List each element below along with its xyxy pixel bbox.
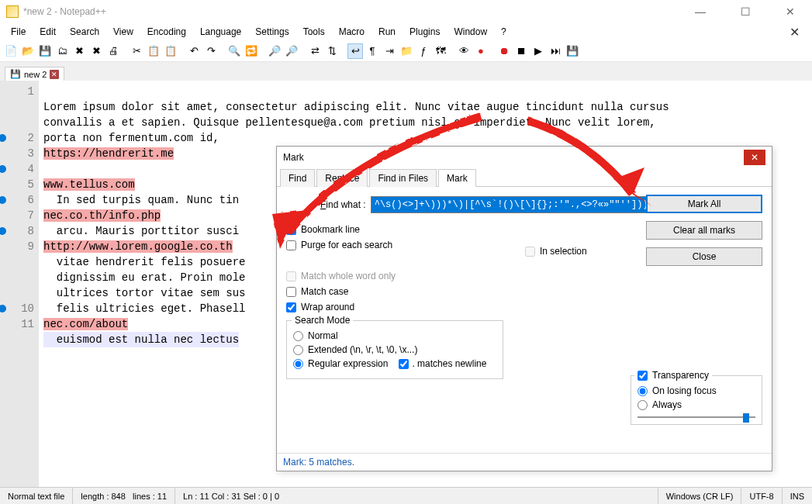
closeall-icon[interactable]: ✖ (88, 43, 104, 59)
status-length: length : 848 lines : 11 (73, 488, 175, 504)
transparency-checkbox[interactable]: Transparency (634, 370, 712, 381)
menu-tools[interactable]: Tools (297, 25, 331, 39)
copy-icon[interactable]: 📋 (146, 43, 161, 59)
replace-icon[interactable]: 🔁 (244, 43, 259, 59)
menubar-close-icon[interactable]: ✕ (782, 25, 807, 40)
save-icon[interactable]: 💾 (37, 43, 53, 59)
macro-rec-icon[interactable]: ⏺ (496, 43, 512, 59)
zoomin-icon[interactable]: 🔎 (267, 43, 282, 59)
open-icon[interactable]: 📂 (20, 43, 36, 59)
menu-settings[interactable]: Settings (249, 25, 295, 39)
titlebar: *new 2 - Notepad++ — ☐ ✕ (0, 0, 812, 23)
menu-plugins[interactable]: Plugins (403, 25, 446, 39)
indent-icon[interactable]: ⇥ (382, 43, 397, 59)
menu-encoding[interactable]: Encoding (141, 25, 192, 39)
mark-dialog: Mark ✕ Find Replace Find in Files Mark F… (276, 146, 772, 471)
record-icon[interactable]: ● (473, 43, 489, 59)
dialog-titlebar: Mark ✕ (277, 147, 772, 168)
match-whole-checkbox: Match whole word only (286, 271, 762, 281)
menu-edit[interactable]: Edit (33, 25, 62, 39)
close-window-button[interactable]: ✕ (775, 5, 806, 18)
status-ins: INS (783, 488, 812, 504)
code-text: euismod est nulla nec lectus (43, 332, 239, 347)
search-mode-regex[interactable]: Regular expression . matches newline (293, 358, 496, 369)
sync-h-icon[interactable]: ⇅ (324, 43, 340, 59)
macro-stop-icon[interactable]: ⏹ (513, 43, 529, 59)
code-text: porta non fermentum.com id, (43, 132, 219, 144)
tab-mark[interactable]: Mark (438, 169, 476, 187)
new-icon[interactable]: 📄 (3, 43, 19, 59)
tab-find[interactable]: Find (280, 169, 315, 187)
search-mode-group: Search Mode Normal Extended (\n, \r, \t,… (286, 320, 503, 379)
menu-window[interactable]: Window (447, 25, 493, 39)
marked-text: www.tellus.com (43, 178, 135, 191)
allchars-icon[interactable]: ¶ (365, 43, 380, 59)
marked-text: nec.co.th/info.php (43, 209, 161, 222)
cut-icon[interactable]: ✂ (129, 43, 144, 59)
zoomout-icon[interactable]: 🔎 (284, 43, 299, 59)
find-icon[interactable]: 🔍 (226, 43, 242, 59)
menu-search[interactable]: Search (64, 25, 105, 39)
tab-findinfiles[interactable]: Find in Files (369, 169, 437, 187)
code-text: felis ultricies eget. Phasell (43, 302, 245, 315)
match-case-checkbox[interactable]: Match case (286, 286, 762, 297)
wordwrap-icon[interactable]: ↩ (347, 43, 363, 59)
search-mode-extended[interactable]: Extended (\n, \r, \t, \0, \x...) (293, 344, 496, 355)
status-position: Ln : 11 Col : 31 Sel : 0 | 0 (175, 488, 658, 504)
app-icon (6, 5, 19, 18)
transparency-slider[interactable] (638, 416, 755, 418)
wrap-around-checkbox[interactable]: Wrap around (286, 302, 762, 312)
dialog-close-button[interactable]: ✕ (744, 150, 765, 165)
macro-save-icon[interactable]: 💾 (565, 43, 580, 59)
search-mode-normal[interactable]: Normal (293, 330, 496, 341)
line-number: 9 (0, 239, 34, 254)
close-icon[interactable]: ✖ (71, 43, 87, 59)
status-filetype: Normal text file (0, 488, 73, 504)
mark-all-button[interactable]: Mark All (646, 195, 762, 213)
marked-text: http://www.lorem.google.co.th (43, 240, 233, 253)
minimize-button[interactable]: — (685, 5, 716, 18)
menu-run[interactable]: Run (372, 25, 402, 39)
transparency-onlose[interactable]: On losing focus (638, 385, 755, 396)
macro-playmulti-icon[interactable]: ⏭ (548, 43, 563, 59)
paste-icon[interactable]: 📋 (163, 43, 178, 59)
file-tab[interactable]: 💾 new 2 ✕ (5, 67, 64, 81)
monitor-icon[interactable]: 👁 (456, 43, 472, 59)
tab-replace[interactable]: Replace (316, 169, 368, 187)
sync-v-icon[interactable]: ⇄ (307, 43, 323, 59)
saveall-icon[interactable]: 🗂 (54, 43, 70, 59)
statusbar: Normal text file length : 848 lines : 11… (0, 487, 812, 504)
menu-macro[interactable]: Macro (333, 25, 371, 39)
undo-icon[interactable]: ↶ (186, 43, 202, 59)
in-selection-checkbox[interactable]: In selection (525, 246, 587, 257)
print-icon[interactable]: 🖨 (105, 43, 121, 59)
menu-view[interactable]: View (107, 25, 140, 39)
dialog-status: Mark: 5 matches. (277, 453, 772, 471)
line-number: 2 (0, 130, 34, 146)
file-tab-label: new 2 (24, 70, 47, 79)
toolbar: 📄 📂 💾 🗂 ✖ ✖ 🖨 ✂ 📋 📋 ↶ ↷ 🔍 🔁 🔎 🔎 ⇄ ⇅ ↩ ¶ … (0, 40, 812, 62)
funclist-icon[interactable]: ƒ (416, 43, 431, 59)
code-text: In sed turpis quam. Nunc tin (43, 194, 239, 206)
menu-language[interactable]: Language (194, 25, 247, 39)
folder-icon[interactable]: 📁 (399, 43, 414, 59)
document-tabbar: 💾 new 2 ✕ (0, 62, 812, 81)
menu-help[interactable]: ? (495, 25, 513, 39)
status-eol: Windows (CR LF) (658, 488, 742, 504)
menu-file[interactable]: File (5, 25, 32, 39)
code-text: ultrices tortor vitae sem sus (43, 287, 245, 299)
clear-marks-button[interactable]: Clear all marks (646, 221, 762, 240)
close-button[interactable]: Close (646, 247, 762, 266)
code-text: convallis a et sapien. Quisque pellentes… (43, 116, 656, 129)
tab-close-icon[interactable]: ✕ (50, 70, 59, 79)
dot-matches-newline-checkbox[interactable]: . matches newline (399, 358, 486, 369)
marked-text: https://hendrerit.me (43, 147, 174, 160)
transparency-always[interactable]: Always (638, 399, 755, 410)
dialog-title: Mark (283, 152, 304, 163)
dialog-tabs: Find Replace Find in Files Mark (277, 168, 772, 187)
line-number: 3 (0, 146, 34, 161)
macro-play-icon[interactable]: ▶ (530, 43, 546, 59)
maximize-button[interactable]: ☐ (730, 5, 761, 18)
docmap-icon[interactable]: 🗺 (433, 43, 448, 59)
redo-icon[interactable]: ↷ (203, 43, 219, 59)
